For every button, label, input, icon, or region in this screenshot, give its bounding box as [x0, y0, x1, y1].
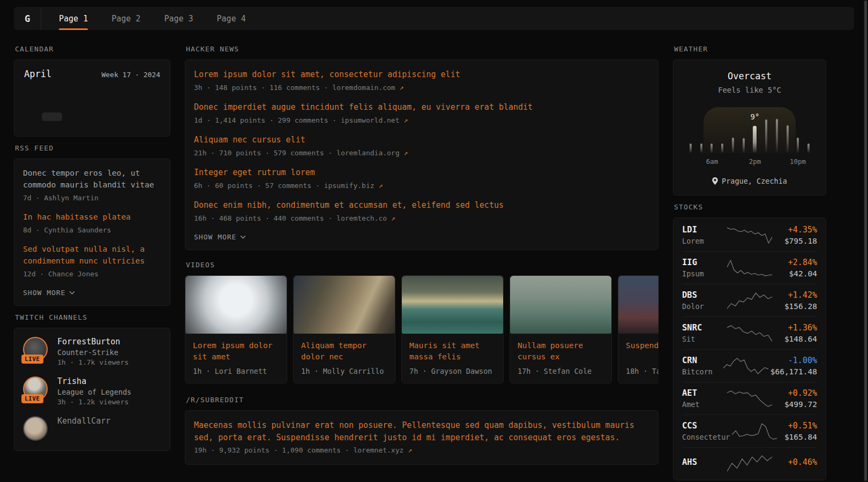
- stock-price: $165.84: [779, 433, 817, 441]
- subreddit-post-domain: loremnet.xyz: [353, 446, 403, 454]
- stock-row[interactable]: AET Amet +0.92% $499.72: [682, 382, 817, 415]
- twitch-channel-row[interactable]: LIVE ForrestBurton Counter-Strike 1h · 1…: [23, 337, 161, 366]
- rss-show-more-button[interactable]: SHOW MORE: [23, 289, 161, 297]
- location-pin-icon: [712, 177, 718, 185]
- dashboard-columns: CALENDAR April Week 17 · 2024 RSS FEED D…: [14, 37, 826, 482]
- page-tab[interactable]: Page 4: [217, 7, 246, 30]
- calendar-date-cell: [122, 122, 142, 131]
- stock-row[interactable]: CRN Bitcorn -1.00% $66,171.48: [682, 349, 817, 382]
- page-tab[interactable]: Page 1: [59, 7, 88, 30]
- rss-item-title[interactable]: In hac habitasse platea: [23, 212, 161, 223]
- videos-section-title: VIDEOS: [186, 261, 659, 269]
- rss-item-meta: 12d · Chance Jones: [23, 269, 161, 280]
- stock-sparkline: [725, 323, 774, 343]
- middle-column: HACKER NEWS Lorem ipsum dolor sit amet, …: [185, 37, 659, 482]
- stock-change-percent: +0.46%: [774, 457, 817, 467]
- stock-value-block: +1.42% $156.28: [774, 290, 817, 311]
- calendar-date-cell: [122, 103, 142, 111]
- calendar-day-header: [102, 88, 122, 94]
- stock-row[interactable]: SNRC Sit +1.36% $148.64: [682, 317, 817, 349]
- video-card-body: Nullam posuere cursus ex 17h · Stefan Co…: [510, 334, 611, 383]
- hackernews-item-title[interactable]: Donec imperdiet augue tincidunt felis al…: [194, 101, 649, 114]
- video-thumbnail: [510, 276, 611, 334]
- stock-symbol: DBS: [682, 290, 725, 300]
- page-tab[interactable]: Page 2: [111, 7, 140, 30]
- calendar-date-cell: [143, 122, 162, 131]
- video-card[interactable]: Aliquam tempor dolor nec pharetra… 1h · …: [293, 275, 395, 383]
- weather-location: Prague, Czechia: [682, 177, 817, 185]
- hackernews-item-domain-link[interactable]: ipsumworld.net ↗: [341, 116, 408, 124]
- twitch-channel-viewers: 3h · 1.2k viewers: [57, 398, 131, 406]
- weather-feels-like: Feels like 5°C: [682, 86, 817, 94]
- rss-item: Sed volutpat nulla nisl, a condimentum n…: [23, 244, 161, 279]
- hackernews-item-domain-link[interactable]: ipsumify.biz ↗: [324, 182, 383, 190]
- video-title: Nullam posuere cursus ex: [518, 340, 604, 363]
- hackernews-item: Integer eget rutrum lorem 6h · 60 points…: [194, 167, 649, 191]
- calendar-date-cell: [42, 112, 62, 121]
- stock-name: Lorem: [682, 237, 725, 245]
- stock-row[interactable]: CCS Consectetur +0.51% $165.84: [682, 415, 817, 447]
- hackernews-item-title[interactable]: Lorem ipsum dolor sit amet, consectetur …: [194, 69, 649, 81]
- twitch-channel-row[interactable]: LIVE KendallCarr: [23, 416, 161, 442]
- stock-symbol: CCS: [682, 421, 730, 431]
- stock-row[interactable]: AHS +0.46%: [682, 447, 817, 479]
- weather-section-title: WEATHER: [674, 45, 826, 53]
- hackernews-show-more-button[interactable]: SHOW MORE: [194, 233, 649, 241]
- stock-price: $42.04: [774, 269, 817, 278]
- rss-item-title[interactable]: Donec tempor eros leo, ut commodo mauris…: [23, 168, 161, 191]
- twitch-channel-viewers: 1h · 1.7k viewers: [57, 358, 129, 366]
- stock-value-block: +4.35% $795.18: [774, 225, 817, 245]
- weather-time-label: 6am: [706, 157, 719, 165]
- calendar-day-header: [42, 88, 62, 94]
- stock-value-block: +0.92% $499.72: [774, 388, 817, 409]
- stock-sparkline: [725, 291, 774, 310]
- stock-row[interactable]: DBS Dolor +1.42% $156.28: [682, 284, 817, 317]
- stocks-widget: LDI Lorem +4.35% $795.18 IIG Ipsum +2.84…: [673, 217, 826, 480]
- video-card-body: Aliquam tempor dolor nec pharetra… 1h · …: [294, 334, 395, 383]
- stock-name: Dolor: [682, 302, 725, 311]
- hackernews-item-domain-link[interactable]: loremlandia.org ↗: [336, 149, 408, 157]
- page-tab-label: Page 4: [217, 14, 246, 24]
- stock-change-percent: +1.36%: [774, 323, 817, 333]
- calendar-date-cell: [22, 122, 42, 131]
- calendar-date-cell: [82, 103, 102, 111]
- stock-name: Bitcorn: [682, 367, 721, 376]
- page-tab-label: Page 2: [111, 14, 140, 24]
- hackernews-item-title[interactable]: Donec enim nibh, condimentum et accumsan…: [194, 199, 649, 212]
- video-card-body: Suspendisse diam 18h · Tara: [618, 334, 659, 383]
- stock-symbol: IIG: [682, 258, 725, 267]
- stock-row[interactable]: IIG Ipsum +2.84% $42.04: [682, 251, 817, 284]
- weather-bar: [787, 125, 789, 153]
- hackernews-item: Donec imperdiet augue tincidunt felis al…: [194, 101, 649, 125]
- video-card[interactable]: Suspendisse diam 18h · Tara: [618, 275, 659, 383]
- hackernews-item-meta-text: 1d · 1,414 points · 299 comments ·: [194, 116, 336, 124]
- stock-price: $148.64: [774, 335, 817, 343]
- stock-symbol: AHS: [682, 457, 725, 467]
- hackernews-item-meta-text: 21h · 710 points · 579 comments ·: [194, 149, 332, 157]
- weather-peak-temperature: 9°: [751, 112, 760, 121]
- page-tab-label: Page 1: [59, 14, 88, 24]
- hackernews-item-title[interactable]: Aliquam nec cursus elit: [194, 134, 649, 146]
- page-scrollbar-thumb[interactable]: [864, 1, 867, 481]
- hackernews-item-domain-link[interactable]: loremtech.co ↗: [336, 214, 395, 222]
- video-meta: 17h · Stefan Cole: [518, 367, 604, 375]
- weather-bar: [700, 144, 702, 153]
- subreddit-post-title[interactable]: Maecenas mollis pulvinar erat non posuer…: [194, 419, 649, 443]
- subreddit-post-domain-link[interactable]: loremnet.xyz ↗: [353, 446, 412, 454]
- stock-id-block: IIG Ipsum: [682, 258, 725, 278]
- stock-row[interactable]: LDI Lorem +4.35% $795.18: [682, 219, 817, 251]
- page-tab[interactable]: Page 3: [164, 7, 193, 30]
- video-card[interactable]: Lorem ipsum dolor sit amet consectetu… 1…: [185, 275, 287, 383]
- right-column: WEATHER Overcast Feels like 5°C 9° 6am 2…: [673, 37, 826, 482]
- hackernews-item-title[interactable]: Integer eget rutrum lorem: [194, 167, 649, 179]
- calendar-section-title: CALENDAR: [15, 45, 170, 53]
- subreddit-post: Maecenas mollis pulvinar erat non posuer…: [194, 419, 649, 456]
- video-card[interactable]: Nullam posuere cursus ex 17h · Stefan Co…: [510, 275, 612, 383]
- rss-item-title[interactable]: Sed volutpat nulla nisl, a condimentum n…: [23, 244, 161, 267]
- hackernews-item-meta-text: 3h · 148 points · 116 comments ·: [194, 84, 328, 92]
- subreddit-widget: Maecenas mollis pulvinar erat non posuer…: [185, 410, 659, 465]
- twitch-channel-info: KendallCarr: [57, 416, 110, 442]
- twitch-channel-row[interactable]: LIVE Trisha League of Legends 3h · 1.2k …: [23, 376, 161, 406]
- hackernews-item-domain-link[interactable]: loremdomain.com ↗: [332, 84, 403, 92]
- video-card[interactable]: Mauris sit amet massa felis 7h · Grayson…: [401, 275, 504, 383]
